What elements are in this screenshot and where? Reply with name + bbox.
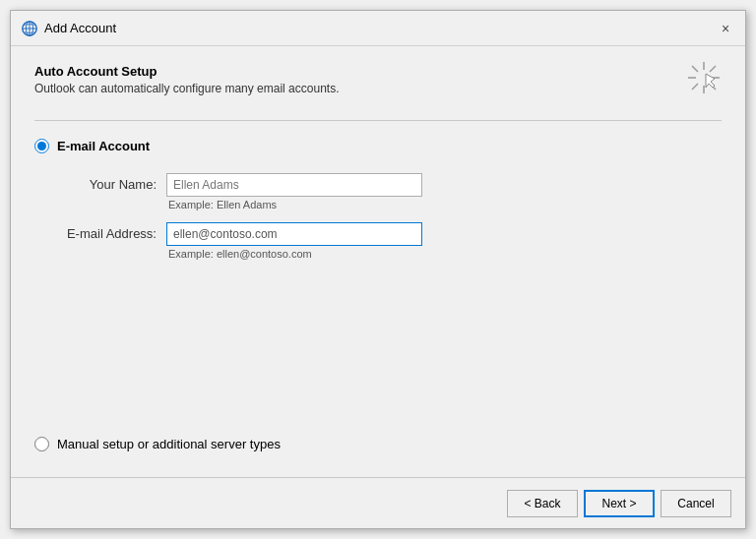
cancel-button[interactable]: Cancel	[661, 490, 731, 517]
email-label: E-mail Address:	[58, 222, 166, 241]
name-row: Your Name: Example: Ellen Adams	[58, 173, 722, 210]
svg-marker-12	[706, 74, 715, 88]
cursor-icon	[686, 60, 722, 102]
email-account-section: E-mail Account	[34, 139, 722, 153]
email-field-group: Example: ellen@contoso.com	[166, 222, 422, 260]
add-account-dialog: Add Account × Auto Account Setup Outlook…	[10, 10, 746, 529]
divider-top	[34, 120, 722, 121]
svg-line-11	[692, 84, 698, 90]
dialog-body: Auto Account Setup Outlook can automatic…	[11, 46, 745, 477]
manual-setup-radio[interactable]	[34, 437, 49, 451]
manual-setup-section: Manual setup or additional server types	[34, 437, 722, 451]
auto-setup-text: Auto Account Setup Outlook can automatic…	[34, 64, 340, 95]
title-bar-left: Add Account	[21, 20, 116, 37]
next-button[interactable]: Next >	[584, 490, 655, 517]
email-example: Example: ellen@contoso.com	[168, 248, 422, 260]
dialog-title: Add Account	[44, 21, 116, 35]
manual-setup-radio-label[interactable]: Manual setup or additional server types	[34, 437, 281, 451]
spacer	[34, 279, 722, 437]
email-row: E-mail Address: Example: ellen@contoso.c…	[58, 222, 722, 260]
name-field-group: Example: Ellen Adams	[166, 173, 422, 210]
auto-setup-description: Outlook can automatically configure many…	[34, 82, 340, 95]
manual-setup-label-text: Manual setup or additional server types	[57, 437, 281, 451]
email-input[interactable]	[166, 222, 422, 246]
email-account-radio[interactable]	[34, 139, 49, 153]
email-account-label: E-mail Account	[57, 139, 150, 153]
auto-setup-title: Auto Account Setup	[34, 64, 340, 79]
form-section: Your Name: Example: Ellen Adams E-mail A…	[58, 173, 722, 260]
globe-icon	[21, 20, 38, 37]
name-input[interactable]	[166, 173, 422, 197]
name-label: Your Name:	[58, 173, 166, 192]
close-button[interactable]: ×	[716, 19, 735, 38]
dialog-footer: < Back Next > Cancel	[11, 477, 745, 528]
title-bar: Add Account ×	[11, 11, 745, 46]
name-example: Example: Ellen Adams	[168, 199, 422, 210]
svg-line-10	[710, 66, 716, 72]
auto-setup-section: Auto Account Setup Outlook can automatic…	[34, 64, 722, 102]
email-account-radio-label[interactable]: E-mail Account	[34, 139, 722, 153]
svg-line-8	[692, 66, 698, 72]
back-button[interactable]: < Back	[507, 490, 578, 517]
